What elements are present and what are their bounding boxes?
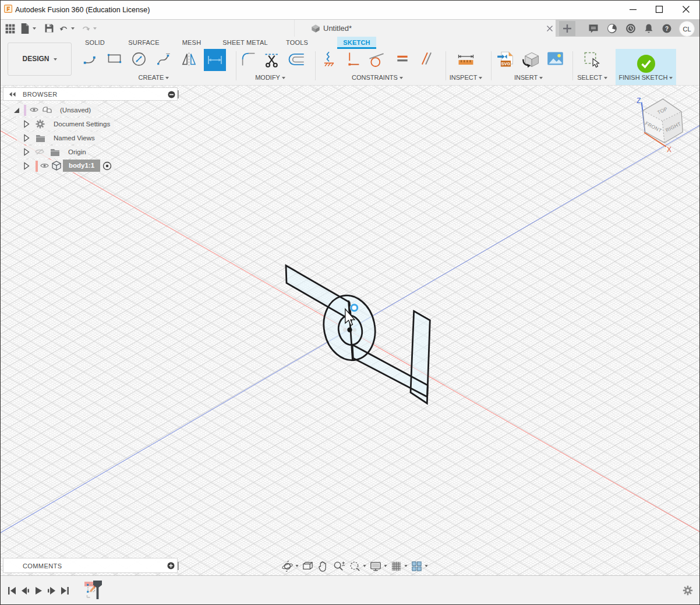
origin-point[interactable] [347, 327, 352, 332]
create-circle-icon[interactable] [130, 51, 147, 68]
help-icon[interactable]: ? [661, 23, 673, 34]
browser-item-label[interactable]: Named Views [54, 135, 95, 141]
comments-icon[interactable] [588, 23, 599, 34]
zoom-icon[interactable] [333, 560, 345, 572]
app-grid-icon[interactable] [5, 23, 16, 34]
workspace-selector[interactable]: DESIGN [8, 43, 72, 76]
ribbon-tab-surface[interactable]: SURFACE [126, 37, 162, 49]
expand-open-icon[interactable] [13, 107, 20, 114]
ribbon-tab-sketch[interactable]: SKETCH [337, 37, 376, 49]
orbit-caret-icon[interactable] [295, 565, 298, 567]
insert-mesh-icon[interactable] [522, 51, 540, 69]
modify-offset-icon[interactable] [287, 51, 305, 68]
browser-item-unsaved[interactable]: (Unsaved) [0, 104, 181, 116]
inspect-group-label[interactable]: INSPECT [437, 74, 495, 82]
display-settings-caret-icon[interactable] [384, 565, 387, 567]
timeline-go-start-icon[interactable] [8, 586, 17, 595]
tab-close-icon[interactable] [546, 24, 554, 33]
browser-grip-icon[interactable] [178, 90, 179, 98]
save-icon[interactable] [44, 23, 54, 33]
visibility-off-eye-icon[interactable] [35, 148, 44, 155]
undo-icon[interactable] [59, 24, 69, 33]
browser-minimize-icon[interactable] [168, 91, 175, 98]
create-mirror-icon[interactable] [181, 51, 197, 68]
fit-icon[interactable] [349, 560, 361, 572]
viewcube[interactable]: TOP FRONT RIGHT Z X [637, 97, 683, 154]
browser-item-origin[interactable]: Origin [0, 146, 181, 158]
modify-trim-icon[interactable] [263, 51, 281, 68]
close-button[interactable] [680, 3, 692, 15]
constraints-group-label[interactable]: CONSTRAINTS [345, 74, 410, 82]
constraint-fix-icon[interactable] [321, 51, 337, 68]
timeline-step-forward-icon[interactable] [47, 586, 56, 595]
constraint-equal-icon[interactable] [395, 51, 410, 66]
extensions-icon[interactable] [606, 23, 618, 34]
body-selected-label[interactable]: body1:1 [63, 160, 100, 172]
timeline-step-back-icon[interactable] [20, 586, 30, 595]
insert-group-label[interactable]: INSERT [501, 74, 556, 82]
create-group-label[interactable]: CREATE [125, 74, 183, 82]
fit-caret-icon[interactable] [363, 565, 366, 567]
undo-caret-icon[interactable] [71, 27, 75, 30]
create-line-icon[interactable] [82, 51, 98, 66]
browser-item-named-views[interactable]: Named Views [0, 132, 181, 144]
expand-closed-icon[interactable] [23, 162, 30, 170]
constraint-parallel-icon[interactable] [418, 51, 433, 66]
create-spline-icon[interactable] [156, 51, 172, 67]
avatar[interactable]: CL [679, 21, 695, 37]
document-tab[interactable]: Untitled* [294, 20, 556, 37]
constraint-tangent-icon[interactable] [367, 51, 386, 69]
pan-icon[interactable] [317, 560, 329, 572]
look-at-icon[interactable] [302, 560, 314, 572]
layout-grid-caret-icon[interactable] [404, 565, 407, 567]
modify-group-label[interactable]: MODIFY [241, 74, 299, 82]
expand-closed-icon[interactable] [23, 120, 30, 128]
browser-item-document-settings[interactable]: Document Settings [0, 118, 181, 130]
display-settings-icon[interactable] [369, 560, 382, 572]
notifications-bell-icon[interactable] [643, 23, 655, 34]
minimize-button[interactable] [627, 3, 639, 15]
timeline-position-marker[interactable] [93, 580, 102, 599]
insert-svg-icon[interactable]: SVG [497, 51, 515, 69]
browser-item-label[interactable]: Document Settings [54, 121, 110, 128]
orbit-icon[interactable] [281, 560, 294, 572]
constraint-vertical-horizontal-icon[interactable] [345, 51, 361, 68]
comments-grip-icon[interactable] [178, 562, 179, 570]
select-group-label[interactable]: SELECT [563, 74, 621, 82]
finish-sketch-button[interactable]: FINISH SKETCH [616, 49, 676, 85]
viewports-caret-icon[interactable] [425, 565, 427, 567]
file-menu-caret-icon[interactable] [33, 27, 36, 30]
new-tab-button[interactable] [559, 21, 575, 36]
redo-icon[interactable] [81, 24, 91, 33]
insert-image-icon[interactable] [546, 51, 564, 66]
browser-collapse-icon[interactable] [9, 91, 16, 97]
viewports-icon[interactable] [411, 560, 423, 572]
activate-component-icon[interactable] [102, 161, 112, 171]
comments-add-icon[interactable] [167, 562, 175, 569]
ribbon-tab-tools[interactable]: TOOLS [284, 37, 310, 49]
browser-item-label[interactable]: Origin [68, 148, 86, 155]
browser-panel-header[interactable]: BROWSER [3, 87, 178, 101]
browser-item-label[interactable]: (Unsaved) [60, 107, 91, 114]
redo-caret-icon[interactable] [93, 27, 97, 30]
maximize-button[interactable] [653, 3, 665, 15]
viewport-canvas[interactable]: TOP FRONT RIGHT Z X BROWSER (Unsaved) Do… [0, 86, 700, 575]
visibility-eye-icon[interactable] [30, 106, 38, 114]
job-status-icon[interactable] [625, 23, 637, 34]
select-tool-icon[interactable] [583, 51, 602, 69]
timeline-settings-gear-icon[interactable] [683, 585, 693, 596]
modify-fillet-icon[interactable] [240, 51, 257, 68]
visibility-eye-icon[interactable] [40, 162, 49, 169]
ribbon-tab-solid[interactable]: SOLID [82, 37, 108, 49]
layout-grid-icon[interactable] [390, 560, 402, 572]
ribbon-tab-sheet-metal[interactable]: SHEET METAL [221, 37, 269, 49]
timeline-go-end-icon[interactable] [60, 586, 69, 595]
browser-item-body[interactable]: body1:1 [0, 160, 181, 172]
ribbon-tab-mesh[interactable]: MESH [179, 37, 204, 49]
file-menu-icon[interactable] [20, 23, 30, 34]
inspect-measure-icon[interactable] [456, 51, 476, 68]
timeline-play-icon[interactable] [34, 586, 44, 595]
comments-panel-header[interactable]: COMMENTS [3, 558, 178, 573]
expand-closed-icon[interactable] [23, 134, 30, 142]
expand-closed-icon[interactable] [23, 148, 30, 156]
